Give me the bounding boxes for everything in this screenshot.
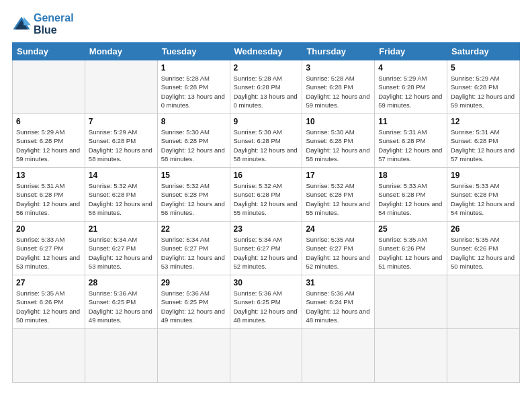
- calendar-cell: 24Sunrise: 5:35 AMSunset: 6:27 PMDayligh…: [302, 222, 375, 275]
- calendar-cell: 15Sunrise: 5:32 AMSunset: 6:28 PMDayligh…: [157, 168, 230, 222]
- weekday-header: Friday: [375, 43, 447, 60]
- calendar-cell: 3Sunrise: 5:28 AMSunset: 6:28 PMDaylight…: [302, 60, 375, 114]
- day-info: Sunrise: 5:29 AMSunset: 6:28 PMDaylight:…: [16, 128, 81, 163]
- calendar-cell: 4Sunrise: 5:29 AMSunset: 6:28 PMDaylight…: [375, 60, 447, 114]
- day-number: 22: [161, 224, 226, 234]
- day-info: Sunrise: 5:34 AMSunset: 6:27 PMDaylight:…: [161, 235, 226, 271]
- day-number: 19: [451, 171, 516, 180]
- svg-marker-2: [24, 17, 31, 25]
- day-number: 24: [306, 224, 371, 234]
- day-info: Sunrise: 5:29 AMSunset: 6:28 PMDaylight:…: [89, 128, 154, 163]
- calendar-cell: 18Sunrise: 5:33 AMSunset: 6:28 PMDayligh…: [375, 168, 447, 222]
- calendar-cell: 9Sunrise: 5:30 AMSunset: 6:28 PMDaylight…: [230, 114, 302, 168]
- calendar-cell: 26Sunrise: 5:35 AMSunset: 6:26 PMDayligh…: [447, 222, 520, 275]
- calendar-cell: [13, 60, 85, 114]
- calendar-cell: 31Sunrise: 5:36 AMSunset: 6:24 PMDayligh…: [302, 275, 375, 329]
- weekday-header: Tuesday: [157, 43, 230, 60]
- calendar-cell: [447, 275, 520, 329]
- calendar-cell: 27Sunrise: 5:35 AMSunset: 6:26 PMDayligh…: [13, 275, 85, 329]
- day-number: 31: [306, 278, 371, 287]
- calendar-cell: 28Sunrise: 5:36 AMSunset: 6:25 PMDayligh…: [85, 275, 157, 329]
- weekday-header: Thursday: [302, 43, 375, 60]
- day-info: Sunrise: 5:35 AMSunset: 6:26 PMDaylight:…: [16, 289, 81, 324]
- day-number: 3: [306, 63, 371, 73]
- day-number: 23: [234, 224, 299, 234]
- calendar-cell: 19Sunrise: 5:33 AMSunset: 6:28 PMDayligh…: [447, 168, 520, 222]
- calendar-cell: [85, 329, 157, 383]
- day-number: 7: [89, 117, 154, 126]
- calendar-cell: 29Sunrise: 5:36 AMSunset: 6:25 PMDayligh…: [157, 275, 230, 329]
- calendar-cell: 2Sunrise: 5:28 AMSunset: 6:28 PMDaylight…: [230, 60, 302, 114]
- day-info: Sunrise: 5:30 AMSunset: 6:28 PMDaylight:…: [161, 128, 226, 163]
- calendar-row: 20Sunrise: 5:33 AMSunset: 6:27 PMDayligh…: [13, 222, 520, 275]
- calendar-row: 27Sunrise: 5:35 AMSunset: 6:26 PMDayligh…: [13, 275, 520, 329]
- day-info: Sunrise: 5:31 AMSunset: 6:28 PMDaylight:…: [16, 181, 81, 217]
- day-info: Sunrise: 5:35 AMSunset: 6:26 PMDaylight:…: [378, 235, 443, 271]
- calendar-header: SundayMondayTuesdayWednesdayThursdayFrid…: [13, 43, 520, 60]
- weekday-header: Saturday: [447, 43, 520, 60]
- calendar-cell: [447, 329, 520, 383]
- calendar-cell: 10Sunrise: 5:30 AMSunset: 6:28 PMDayligh…: [302, 114, 375, 168]
- day-info: Sunrise: 5:32 AMSunset: 6:28 PMDaylight:…: [89, 181, 154, 217]
- calendar-cell: [85, 60, 157, 114]
- day-info: Sunrise: 5:30 AMSunset: 6:28 PMDaylight:…: [306, 128, 371, 163]
- day-info: Sunrise: 5:31 AMSunset: 6:28 PMDaylight:…: [451, 128, 516, 163]
- day-number: 10: [306, 117, 371, 126]
- day-number: 5: [451, 63, 516, 73]
- calendar-cell: 11Sunrise: 5:31 AMSunset: 6:28 PMDayligh…: [375, 114, 447, 168]
- calendar-cell: [13, 329, 85, 383]
- logo: GeneralBlue: [12, 12, 74, 36]
- calendar-cell: 5Sunrise: 5:29 AMSunset: 6:28 PMDaylight…: [447, 60, 520, 114]
- calendar-cell: 23Sunrise: 5:34 AMSunset: 6:27 PMDayligh…: [230, 222, 302, 275]
- day-info: Sunrise: 5:28 AMSunset: 6:28 PMDaylight:…: [234, 74, 299, 109]
- calendar-cell: 25Sunrise: 5:35 AMSunset: 6:26 PMDayligh…: [375, 222, 447, 275]
- calendar-row: 1Sunrise: 5:28 AMSunset: 6:28 PMDaylight…: [13, 60, 520, 114]
- day-info: Sunrise: 5:35 AMSunset: 6:26 PMDaylight:…: [451, 235, 516, 271]
- day-info: Sunrise: 5:32 AMSunset: 6:28 PMDaylight:…: [306, 181, 371, 217]
- day-info: Sunrise: 5:28 AMSunset: 6:28 PMDaylight:…: [306, 74, 371, 109]
- day-info: Sunrise: 5:34 AMSunset: 6:27 PMDaylight:…: [234, 235, 299, 271]
- header: GeneralBlue: [12, 12, 520, 36]
- calendar-cell: [302, 329, 375, 383]
- day-info: Sunrise: 5:32 AMSunset: 6:28 PMDaylight:…: [161, 181, 226, 217]
- day-number: 2: [234, 63, 299, 73]
- day-info: Sunrise: 5:32 AMSunset: 6:28 PMDaylight:…: [234, 181, 299, 217]
- day-number: 12: [451, 117, 516, 126]
- day-number: 29: [161, 278, 226, 287]
- day-number: 17: [306, 171, 371, 180]
- day-info: Sunrise: 5:33 AMSunset: 6:28 PMDaylight:…: [378, 181, 443, 217]
- calendar-body: 1Sunrise: 5:28 AMSunset: 6:28 PMDaylight…: [13, 60, 520, 383]
- day-number: 28: [89, 278, 154, 287]
- day-number: 4: [378, 63, 443, 73]
- day-info: Sunrise: 5:34 AMSunset: 6:27 PMDaylight:…: [89, 235, 154, 271]
- day-number: 15: [161, 171, 226, 180]
- day-info: Sunrise: 5:33 AMSunset: 6:28 PMDaylight:…: [451, 181, 516, 217]
- day-number: 30: [234, 278, 299, 287]
- calendar-cell: 22Sunrise: 5:34 AMSunset: 6:27 PMDayligh…: [157, 222, 230, 275]
- page: GeneralBlue SundayMondayTuesdayWednesday…: [0, 0, 532, 411]
- weekday-header: Sunday: [13, 43, 85, 60]
- calendar-cell: 8Sunrise: 5:30 AMSunset: 6:28 PMDaylight…: [157, 114, 230, 168]
- day-number: 20: [16, 224, 81, 234]
- day-number: 14: [89, 171, 154, 180]
- day-info: Sunrise: 5:28 AMSunset: 6:28 PMDaylight:…: [161, 74, 226, 109]
- weekday-row: SundayMondayTuesdayWednesdayThursdayFrid…: [13, 43, 520, 60]
- day-number: 18: [378, 171, 443, 180]
- calendar-cell: 1Sunrise: 5:28 AMSunset: 6:28 PMDaylight…: [157, 60, 230, 114]
- day-number: 27: [16, 278, 81, 287]
- calendar-cell: [375, 329, 447, 383]
- day-info: Sunrise: 5:30 AMSunset: 6:28 PMDaylight:…: [234, 128, 299, 163]
- day-number: 6: [16, 117, 81, 126]
- calendar-cell: [157, 329, 230, 383]
- weekday-header: Wednesday: [230, 43, 302, 60]
- calendar-cell: 12Sunrise: 5:31 AMSunset: 6:28 PMDayligh…: [447, 114, 520, 168]
- calendar-row: 13Sunrise: 5:31 AMSunset: 6:28 PMDayligh…: [13, 168, 520, 222]
- logo-text: GeneralBlue: [34, 12, 74, 36]
- calendar-row: [13, 329, 520, 383]
- day-info: Sunrise: 5:36 AMSunset: 6:25 PMDaylight:…: [89, 289, 154, 324]
- calendar-cell: 21Sunrise: 5:34 AMSunset: 6:27 PMDayligh…: [85, 222, 157, 275]
- day-info: Sunrise: 5:29 AMSunset: 6:28 PMDaylight:…: [378, 74, 443, 109]
- day-number: 21: [89, 224, 154, 234]
- calendar-cell: 17Sunrise: 5:32 AMSunset: 6:28 PMDayligh…: [302, 168, 375, 222]
- day-number: 1: [161, 63, 226, 73]
